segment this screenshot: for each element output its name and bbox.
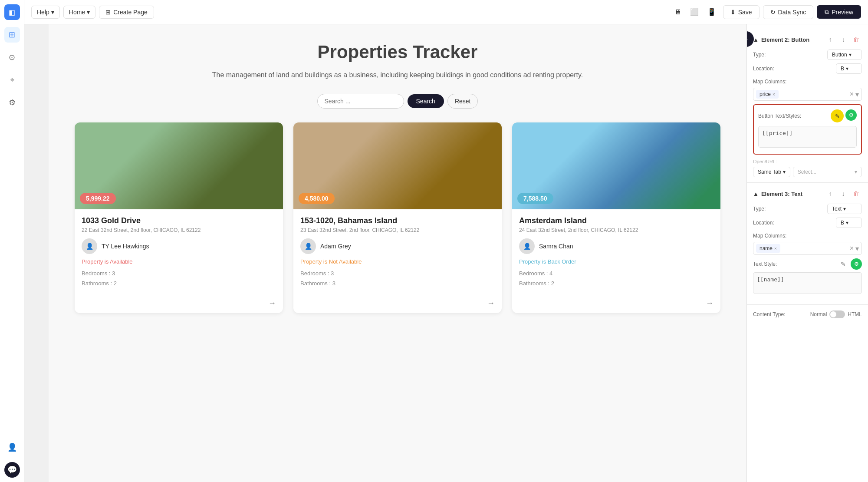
price-badge: 7,588.50 <box>517 193 553 204</box>
preview-label: Preview <box>832 9 853 16</box>
type-row: Type: Button ▾ <box>753 50 862 60</box>
home-dropdown[interactable]: Home ▾ <box>63 6 95 19</box>
sidebar-icon-user[interactable]: 👤 <box>4 439 20 455</box>
element3-delete-button[interactable]: 🗑 <box>851 188 862 199</box>
text-style-settings-button[interactable]: ⚙ <box>851 258 862 270</box>
page-content: Properties Tracker The management of lan… <box>49 24 746 341</box>
save-button[interactable]: ⬇ Save <box>723 5 760 19</box>
right-panel: » ▲ Element 2: Button ↑ ↓ 🗑 Type: Button <box>746 24 868 482</box>
element2-down-button[interactable]: ↓ <box>838 34 849 45</box>
element2-title: ▲ Element 2: Button <box>753 36 809 43</box>
clear-icon[interactable]: × <box>850 244 854 252</box>
element2-delete-button[interactable]: 🗑 <box>851 34 862 45</box>
sidebar-icon-chat[interactable]: 💬 <box>4 462 20 478</box>
card-body: Amsterdam Island 24 East 32nd Street, 2n… <box>512 209 720 296</box>
search-bar: Search Reset <box>75 94 720 109</box>
search-button[interactable]: Search <box>408 94 444 108</box>
card-agent: 👤 TY Lee Hawkings <box>82 238 276 254</box>
bedrooms-text: Bedrooms : 3 <box>82 268 276 278</box>
type-label: Type: <box>753 206 766 212</box>
card-address: 23 East 32nd Street, 2nd floor, CHICAGO,… <box>300 227 495 233</box>
tag-remove-button[interactable]: × <box>774 246 777 251</box>
dropdown-icon[interactable]: ▾ <box>855 90 859 99</box>
element3-up-button[interactable]: ↑ <box>825 188 836 199</box>
create-page-button[interactable]: ⊞ Create Page <box>99 6 154 19</box>
type-select[interactable]: Button ▾ <box>827 50 862 60</box>
clear-icon[interactable]: × <box>850 90 854 98</box>
html-label: HTML <box>848 311 862 317</box>
device-mobile-btn[interactable]: 📱 <box>704 6 720 18</box>
reset-button[interactable]: Reset <box>447 94 478 109</box>
location-select[interactable]: B ▾ <box>836 63 862 74</box>
property-card: 4,580.00 153-1020, Bahamas Island 23 Eas… <box>293 122 502 314</box>
app-logo-icon[interactable]: ◧ <box>4 4 20 20</box>
element3-map-columns: Map Columns: name × × ▾ <box>753 231 862 255</box>
settings-button[interactable]: ⚙ <box>845 109 857 121</box>
bathrooms-text: Bathrooms : 2 <box>519 278 713 288</box>
element3-actions: ↑ ↓ 🗑 <box>825 188 862 199</box>
dropdown-icon[interactable]: ▾ <box>855 244 859 253</box>
data-sync-button[interactable]: ↻ Data Sync <box>763 5 814 19</box>
left-sidebar: ◧ ⊞ ⊙ ⌖ ⚙ 👤 💬 <box>0 0 24 482</box>
sidebar-icon-settings[interactable]: ⚙ <box>4 95 20 110</box>
card-address: 22 East 32nd Street, 2nd floor, CHICAGO,… <box>82 227 276 233</box>
text-style-textarea[interactable]: [[name]] <box>753 272 862 294</box>
preview-button[interactable]: ⧉ Preview <box>817 5 861 19</box>
button-text-styles-section: Button Text/Styles: ✎ ⚙ [[price]] <box>753 104 862 155</box>
map-columns-input[interactable]: price × × ▾ <box>753 88 862 101</box>
button-text-textarea[interactable]: [[price]] <box>758 126 857 148</box>
sidebar-icon-components[interactable]: ⊙ <box>4 50 20 65</box>
device-desktop-btn[interactable]: 🖥 <box>671 6 685 18</box>
help-dropdown[interactable]: Help ▾ <box>31 6 60 19</box>
property-card: 5,999.22 1033 Gold Drive 22 East 32nd St… <box>75 122 283 314</box>
agent-avatar: 👤 <box>519 238 535 254</box>
text-style-row: Text Style: ✎ ⚙ <box>753 258 862 270</box>
url-select[interactable]: Select... ▾ <box>793 167 862 177</box>
collapse-icon[interactable]: ▲ <box>753 191 759 197</box>
card-arrow[interactable]: → <box>512 295 720 313</box>
element3-down-button[interactable]: ↓ <box>838 188 849 199</box>
save-icon: ⬇ <box>730 9 736 16</box>
card-body: 1033 Gold Drive 22 East 32nd Street, 2nd… <box>75 209 283 296</box>
text-style-edit-button[interactable]: ✎ <box>838 258 849 270</box>
element3-title: ▲ Element 3: Text <box>753 191 802 197</box>
price-tag: price × <box>756 90 779 99</box>
main-content: Properties Tracker The management of lan… <box>49 24 868 482</box>
sidebar-icon-links[interactable]: ⌖ <box>4 72 20 88</box>
card-arrow[interactable]: → <box>293 295 502 313</box>
element3-location-row: Location: B ▾ <box>753 218 862 228</box>
element3-type-select[interactable]: Text ▾ <box>827 204 862 214</box>
sidebar-icon-layers[interactable]: ⊞ <box>4 27 20 43</box>
element3-location-select[interactable]: B ▾ <box>836 218 862 228</box>
content-type-toggle[interactable]: Normal HTML <box>810 310 862 318</box>
property-status: Property is Available <box>82 258 276 265</box>
toggle-icon: » <box>746 36 748 43</box>
toggle-switch[interactable] <box>829 310 845 318</box>
same-tab-select[interactable]: Same Tab ▾ <box>753 167 790 177</box>
search-input[interactable] <box>317 94 404 109</box>
bedrooms-text: Bedrooms : 4 <box>519 268 713 278</box>
property-status: Property is Not Available <box>300 258 495 265</box>
edit-button[interactable]: ✎ <box>831 109 844 122</box>
card-arrow[interactable]: → <box>75 295 283 313</box>
open-url-label: Open/URL: <box>753 159 862 164</box>
preview-icon: ⧉ <box>825 8 829 16</box>
element2-up-button[interactable]: ↑ <box>825 34 836 45</box>
agent-avatar: 👤 <box>300 238 316 254</box>
tag-label: name <box>760 245 773 251</box>
home-label: Home <box>69 9 85 16</box>
element3-section: ▲ Element 3: Text ↑ ↓ 🗑 Type: Text ▾ <box>747 183 868 305</box>
card-agent: 👤 Samra Chan <box>519 238 713 254</box>
content-type-row: Content Type: Normal HTML <box>747 305 868 324</box>
open-url-section: Open/URL: Same Tab ▾ Select... ▾ <box>753 159 862 177</box>
price-badge: 5,999.22 <box>80 193 116 204</box>
property-details: Bedrooms : 3 Bathrooms : 3 <box>300 268 495 289</box>
property-status: Property is Back Order <box>519 258 713 265</box>
device-tablet-btn[interactable]: ⬜ <box>687 6 702 18</box>
tag-remove-button[interactable]: × <box>773 92 775 97</box>
datasync-label: Data Sync <box>778 9 806 16</box>
element3-columns-input[interactable]: name × × ▾ <box>753 242 862 255</box>
element2-section: ▲ Element 2: Button ↑ ↓ 🗑 Type: Button ▾ <box>747 29 868 183</box>
help-label: Help <box>37 9 49 16</box>
agent-name: Samra Chan <box>539 243 573 250</box>
